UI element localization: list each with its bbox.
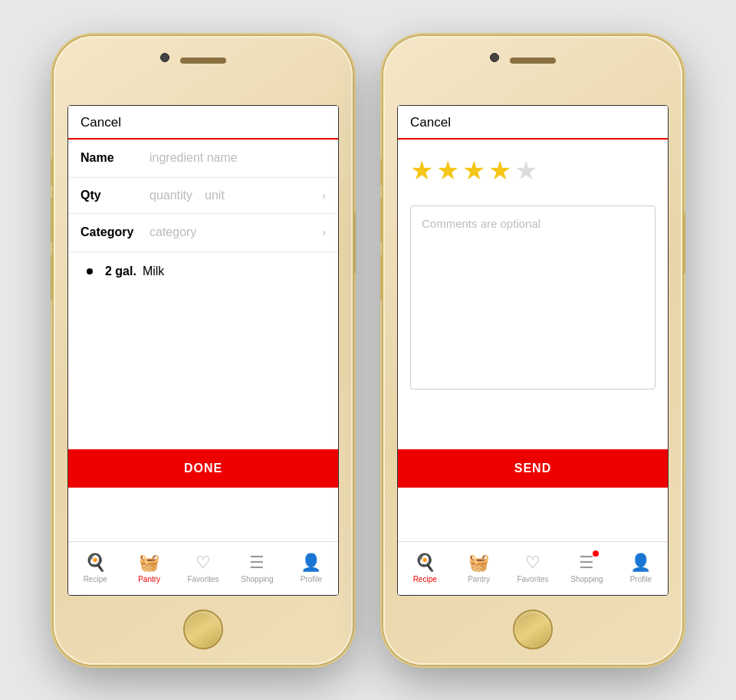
star-3[interactable]: ★ (462, 155, 485, 186)
comment-placeholder: Comments are optional (422, 217, 540, 230)
nav-shopping-1[interactable]: ☰ Shopping (230, 553, 284, 583)
volume-down-button (51, 255, 54, 301)
category-label: Category (80, 225, 150, 239)
phone-screen-2: AT&T ⊜ 9:41 AM 100% Cancel ★ (397, 105, 669, 596)
screen-content-2: Cancel ★ ★ ★ ★ ★ Comments are optional S… (398, 106, 668, 541)
done-button-label: DONE (184, 462, 222, 475)
nav-favorites-2[interactable]: ♡ Favorites (506, 553, 560, 583)
nav-shopping-label-2: Shopping (570, 575, 603, 583)
nav-profile-2[interactable]: 👤 Profile (614, 553, 668, 583)
nav-favorites-label-2: Favorites (517, 575, 548, 583)
done-button[interactable]: DONE (68, 449, 338, 488)
nav-shopping-2[interactable]: ☰ Shopping (560, 553, 613, 583)
nav-recipe-2[interactable]: 🍳 Recipe (398, 553, 452, 583)
cancel-button-1[interactable]: Cancel (80, 115, 121, 130)
send-button[interactable]: SEND (398, 449, 668, 488)
nav-bar-1: 🍳 Recipe 🧺 Pantry ♡ Favorites ☰ Shopping… (68, 541, 338, 595)
item-name: Milk (143, 265, 164, 278)
home-button[interactable] (183, 610, 223, 649)
pantry-icon-1: 🧺 (139, 553, 159, 573)
list-icon-1: ☰ (249, 553, 264, 573)
rating-section: ★ ★ ★ ★ ★ (398, 140, 668, 193)
nav-profile-1[interactable]: 👤 Profile (284, 553, 338, 583)
cancel-button-2[interactable]: Cancel (410, 115, 451, 130)
qty-row: Qty quantity unit › (68, 178, 338, 214)
heart-icon-1: ♡ (196, 553, 211, 573)
phone-screen-1: AT&T ⊜ 9:41 AM 100% Cancel Na (67, 105, 339, 596)
bullet-dot (87, 268, 93, 274)
category-input[interactable]: category (150, 225, 322, 239)
power-button (353, 212, 356, 274)
star-5[interactable]: ★ (514, 155, 537, 186)
pantry-icon-2: 🧺 (468, 553, 489, 573)
phone-2: AT&T ⊜ 9:41 AM 100% Cancel ★ (383, 36, 682, 665)
ingredient-item: 2 gal. Milk (68, 252, 338, 291)
camera (160, 53, 169, 62)
qty-input[interactable]: quantity (150, 189, 192, 202)
name-label: Name (80, 151, 150, 165)
home-button-2[interactable] (513, 610, 553, 649)
nav-pantry-1[interactable]: 🧺 Pantry (122, 553, 176, 583)
screen-content-1: Cancel Name ingredient name Qty quantity… (68, 106, 338, 541)
qty-inputs: quantity unit › (150, 189, 326, 202)
nav-favorites-label-1: Favorites (187, 575, 219, 583)
nav-profile-label-1: Profile (301, 575, 322, 583)
star-1[interactable]: ★ (410, 155, 433, 186)
nav-recipe-label-2: Recipe (413, 575, 437, 583)
nav-bar-2: 🍳 Recipe 🧺 Pantry ♡ Favorites ☰ Shopping… (398, 541, 668, 595)
nav-profile-label-2: Profile (630, 575, 652, 583)
nav-pantry-2[interactable]: 🧺 Pantry (452, 553, 505, 583)
person-icon-1: 👤 (301, 553, 321, 573)
top-bar-1: Cancel (68, 106, 338, 140)
volume-down-button-2 (380, 255, 383, 301)
speaker (180, 58, 226, 64)
speaker-2 (510, 58, 556, 64)
star-2[interactable]: ★ (436, 155, 459, 186)
send-button-label: SEND (514, 462, 551, 475)
chef-icon-2: 🍳 (415, 553, 435, 573)
name-row: Name ingredient name (68, 140, 338, 178)
list-icon-2: ☰ (579, 553, 594, 573)
star-4[interactable]: ★ (488, 155, 511, 186)
item-qty: 2 gal. (105, 265, 136, 278)
top-bar-2: Cancel (398, 106, 668, 140)
camera-2 (490, 53, 499, 62)
nav-recipe-label-1: Recipe (84, 575, 107, 583)
comment-input[interactable]: Comments are optional (410, 205, 656, 389)
category-row: Category category › (68, 214, 338, 252)
unit-input[interactable]: unit (205, 189, 225, 202)
star-rating[interactable]: ★ ★ ★ ★ ★ (410, 155, 656, 186)
chef-icon-1: 🍳 (85, 553, 106, 573)
phone-1: AT&T ⊜ 9:41 AM 100% Cancel Na (54, 36, 353, 665)
volume-up-button (51, 197, 54, 243)
nav-shopping-label-1: Shopping (241, 575, 273, 583)
volume-up-button-2 (380, 197, 383, 243)
category-chevron-icon[interactable]: › (322, 226, 326, 238)
nav-favorites-1[interactable]: ♡ Favorites (176, 553, 230, 583)
nav-pantry-label-1: Pantry (138, 575, 160, 583)
mute-button-2 (380, 159, 383, 186)
nav-recipe-1[interactable]: 🍳 Recipe (68, 553, 122, 583)
nav-pantry-label-2: Pantry (468, 575, 490, 583)
power-button-2 (682, 212, 685, 274)
name-input[interactable]: ingredient name (150, 151, 326, 165)
person-icon-2: 👤 (630, 553, 651, 573)
heart-icon-2: ♡ (525, 553, 540, 573)
qty-label: Qty (80, 189, 150, 202)
qty-chevron-icon[interactable]: › (322, 189, 326, 202)
mute-button (51, 159, 54, 186)
